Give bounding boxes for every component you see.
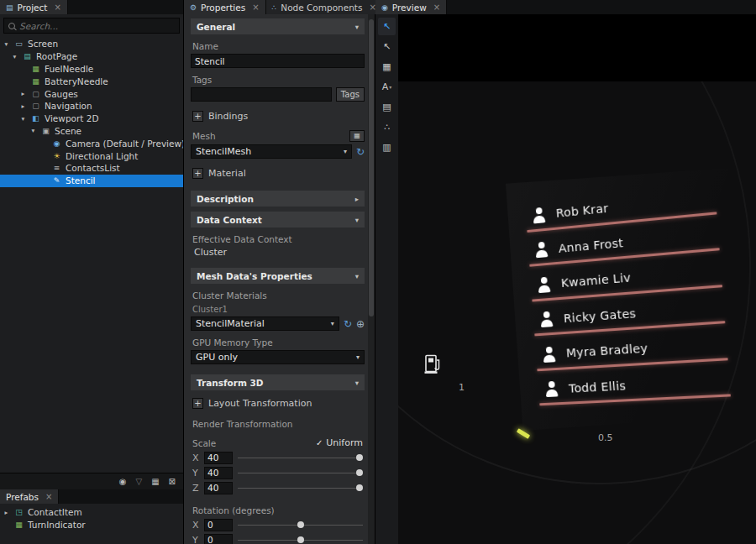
uniform-checkbox[interactable]: ✓ Uniform <box>316 437 363 448</box>
tree-item-fuelneedle[interactable]: ▦ FuelNeedle <box>0 63 183 76</box>
tree-item-stencil[interactable]: ✎ Stencil <box>0 175 183 187</box>
add-layout-transformation-button[interactable]: + <box>192 398 203 409</box>
detach-icon[interactable]: ⊠ <box>169 477 176 486</box>
tree-item-camera[interactable]: ◉ Camera (Default / Preview) <box>0 137 183 149</box>
scrollbar-thumb[interactable] <box>369 19 374 316</box>
scale-z-input[interactable] <box>204 482 233 494</box>
tab-properties[interactable]: ⚙ Properties × <box>184 0 266 14</box>
material-label: Material <box>208 168 246 179</box>
tab-preview[interactable]: ◉ Preview × <box>375 0 447 14</box>
tree-item-directional-light[interactable]: ☀ Directional Light <box>0 149 183 162</box>
tree-item-label: RootPage <box>36 51 77 61</box>
expand-arrow-icon[interactable]: ▾ <box>3 40 10 48</box>
tree-item-rootpage[interactable]: ▾ ▤ RootPage <box>0 50 183 63</box>
expand-arrow-icon[interactable]: ▸ <box>19 90 27 97</box>
section-title: Transform 3D <box>197 378 264 388</box>
add-material-button[interactable]: + <box>192 168 203 179</box>
table-tool-icon[interactable]: ▦ <box>378 58 396 76</box>
add-binding-button[interactable]: + <box>192 111 203 122</box>
rotation-x-slider[interactable] <box>238 520 363 531</box>
scale-z-slider[interactable] <box>238 483 363 494</box>
stencil-material-field[interactable]: StencilMaterial ▾ <box>191 316 339 331</box>
tab-prefabs[interactable]: Prefabs × <box>0 489 59 504</box>
tree-item-gauges[interactable]: ▸ ▢ Gauges <box>0 87 183 100</box>
gpu-memory-type-value: GPU only <box>196 352 238 363</box>
tree-item-batteryneedle[interactable]: ▦ BatteryNeedle <box>0 75 183 87</box>
tree-item-scene[interactable]: ▾ ▣ Scene <box>0 125 183 138</box>
prefab-item-turnindicator[interactable]: ▦ TurnIndicator <box>0 519 183 531</box>
mesh-field[interactable]: StencilMesh ▾ <box>191 144 352 159</box>
section-description-header[interactable]: Description ▸ <box>191 191 365 207</box>
tab-node-components[interactable]: ∴ Node Components × <box>266 0 383 14</box>
tree-item-contactslist[interactable]: ≡ ContactsList <box>0 162 183 175</box>
tags-field[interactable] <box>191 87 332 102</box>
mesh-list-button[interactable]: ▦ <box>349 130 365 142</box>
material-reset-icon[interactable]: ↻ <box>344 318 352 330</box>
close-icon[interactable]: × <box>252 3 259 12</box>
expand-arrow-icon[interactable]: ▸ <box>19 102 27 110</box>
check-icon: ✓ <box>316 438 323 447</box>
image-icon: ▦ <box>30 65 41 73</box>
prefab-item-contactitem[interactable]: ▸ ◳ ContactItem <box>0 506 183 519</box>
tab-project[interactable]: ▤ Project × <box>0 0 68 14</box>
section-data-context-header[interactable]: Data Context ▾ <box>191 212 365 228</box>
slider-thumb[interactable] <box>356 454 363 461</box>
layers-tool-icon[interactable]: ▤ <box>378 98 396 116</box>
section-transform-header[interactable]: Transform 3D ▾ <box>191 374 365 390</box>
project-tree: ▾ ▭ Screen ▾ ▤ RootPage ▦ FuelNeedle ▦ B… <box>0 35 183 473</box>
columns-tool-icon[interactable]: ▥ <box>378 139 396 156</box>
close-icon[interactable]: × <box>433 3 440 12</box>
mesh-reset-icon[interactable]: ↻ <box>356 146 365 158</box>
properties-scrollbar[interactable] <box>368 14 375 544</box>
prefab-item-label: ContactItem <box>28 507 82 517</box>
rotation-y-slider[interactable] <box>238 535 363 544</box>
prefabs-tree: ▸ ◳ ContactItem ▦ TurnIndicator <box>0 504 183 544</box>
scale-y-input[interactable] <box>204 467 233 479</box>
mesh-value: StencilMesh <box>196 146 251 157</box>
section-mesh-data-header[interactable]: Mesh Data's Properties ▾ <box>191 268 365 284</box>
node-graph-tool-icon[interactable]: ∴ <box>378 118 396 136</box>
grid-view-icon[interactable]: ▦ <box>151 477 159 486</box>
select-tool-icon[interactable]: ↖ <box>378 18 396 35</box>
expand-arrow-icon[interactable]: ▾ <box>11 53 18 60</box>
properties-tab-label: Properties <box>201 3 245 13</box>
dropdown-arrow-icon: ▾ <box>344 148 347 155</box>
tree-item-navigation[interactable]: ▸ ▢ Navigation <box>0 100 183 112</box>
rotation-x-input[interactable] <box>204 519 233 531</box>
filter-icon[interactable]: ▽ <box>135 477 142 486</box>
tree-item-label: ContactsList <box>66 163 120 173</box>
move-tool-icon[interactable]: ↖ <box>378 38 396 55</box>
scale-x-input[interactable] <box>204 452 233 464</box>
close-icon[interactable]: × <box>54 3 60 12</box>
slider-thumb[interactable] <box>356 469 363 476</box>
visibility-icon[interactable]: ◉ <box>119 477 127 486</box>
search-icon <box>8 23 15 29</box>
slider-thumb[interactable] <box>356 484 363 491</box>
text-tool-icon[interactable]: A▾ <box>378 78 396 96</box>
camera-icon: ◉ <box>51 139 62 148</box>
search-input[interactable] <box>19 21 175 31</box>
tree-item-label: Stencil <box>66 175 96 186</box>
scale-x-slider[interactable] <box>238 452 363 463</box>
slider-thumb[interactable] <box>297 521 304 528</box>
section-general-header[interactable]: General ▾ <box>191 18 365 34</box>
bindings-label: Bindings <box>208 111 248 122</box>
scale-y-slider[interactable] <box>238 468 363 479</box>
name-label: Name <box>192 41 363 51</box>
dropdown-arrow-icon: ▾ <box>331 320 334 327</box>
material-target-icon[interactable]: ⊕ <box>356 318 365 330</box>
rotation-y-input[interactable] <box>204 534 233 544</box>
tags-button[interactable]: Tags <box>336 87 365 102</box>
tree-item-screen[interactable]: ▾ ▭ Screen <box>0 38 183 50</box>
preview-viewport[interactable]: Rob Krar Anna Frost Kwamie Liv Ricky Gat… <box>398 14 756 544</box>
close-icon[interactable]: × <box>45 492 52 501</box>
dropdown-arrow-icon: ▾ <box>356 353 360 361</box>
name-field[interactable] <box>191 54 365 68</box>
tree-item-viewport2d[interactable]: ▾ ◧ Viewport 2D <box>0 112 183 125</box>
slider-thumb[interactable] <box>297 536 304 543</box>
gpu-memory-type-field[interactable]: GPU only ▾ <box>191 350 365 364</box>
expand-arrow-icon[interactable]: ▸ <box>3 509 10 516</box>
expand-arrow-icon[interactable]: ▾ <box>19 115 27 123</box>
expand-arrow-icon[interactable]: ▾ <box>29 127 37 134</box>
preview-panel: ◉ Preview × ↖ ↖ ▦ A▾ ▤ ∴ ▥ <box>375 0 756 544</box>
